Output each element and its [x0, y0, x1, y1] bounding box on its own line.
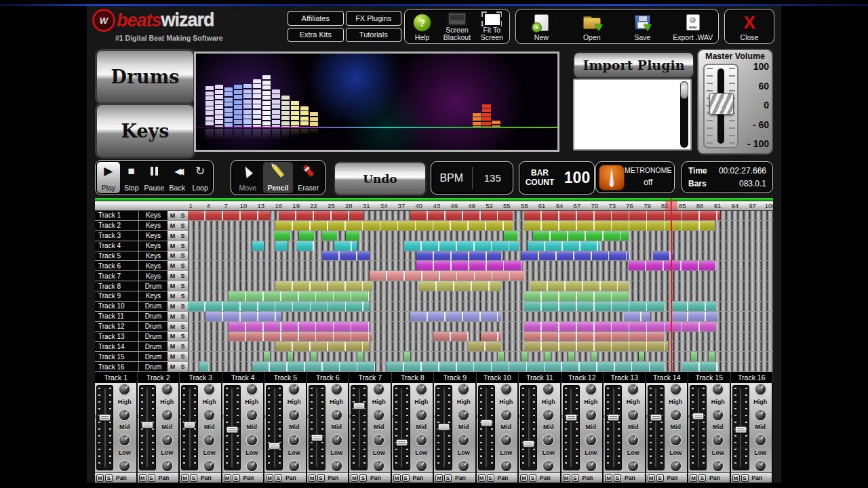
mid-knob[interactable]	[501, 435, 511, 445]
import-plugin-button[interactable]: Import Plugin	[573, 52, 694, 79]
help-button[interactable]: ? Help	[405, 9, 439, 43]
pattern-segment[interactable]	[524, 342, 667, 351]
low-knob[interactable]	[458, 461, 469, 471]
track-type[interactable]: Keys	[139, 221, 168, 230]
track-pattern-grid[interactable]	[188, 251, 773, 261]
track-name[interactable]: Track 13	[95, 332, 139, 342]
pattern-segment[interactable]	[299, 231, 314, 241]
low-knob[interactable]	[289, 461, 299, 471]
volume-fader[interactable]	[435, 385, 452, 470]
high-knob[interactable]	[458, 410, 469, 420]
high-knob[interactable]	[755, 410, 766, 420]
strip-solo-button[interactable]: S	[233, 474, 240, 482]
export-wav-button[interactable]: wav Export .WAV	[668, 9, 719, 43]
high-knob[interactable]	[162, 410, 172, 420]
gain-knob[interactable]	[628, 384, 638, 394]
pattern-segment[interactable]	[709, 352, 715, 361]
pattern-segment[interactable]	[404, 352, 410, 361]
pattern-segment[interactable]	[357, 352, 363, 361]
pattern-segment[interactable]	[416, 251, 501, 261]
track-mute-button[interactable]: M	[167, 281, 178, 291]
strip-mute-button[interactable]: M	[690, 474, 697, 482]
gain-knob[interactable]	[374, 384, 384, 394]
pattern-segment[interactable]	[404, 241, 518, 251]
track-solo-button[interactable]: S	[178, 221, 189, 230]
strip-solo-button[interactable]: S	[444, 474, 452, 482]
pencil-tool-button[interactable]: Pencil	[263, 162, 294, 193]
high-knob[interactable]	[289, 410, 299, 420]
affiliates-button[interactable]: Affiliates	[288, 11, 344, 26]
close-button[interactable]: X Close	[725, 9, 774, 43]
track-mute-button[interactable]: M	[167, 291, 178, 301]
track-type[interactable]: Drum	[139, 332, 168, 342]
track-solo-button[interactable]: S	[178, 231, 189, 241]
track-type[interactable]: Keys	[139, 231, 168, 241]
track-solo-button[interactable]: S	[178, 312, 189, 321]
track-solo-button[interactable]: S	[178, 322, 189, 331]
pattern-segment[interactable]	[568, 352, 574, 361]
track-type[interactable]: Keys	[139, 291, 168, 301]
loop-button[interactable]: ↻Loop	[189, 162, 212, 193]
pattern-segment[interactable]	[346, 231, 359, 241]
track-pattern-grid[interactable]	[188, 221, 773, 230]
pattern-segment[interactable]	[498, 352, 504, 361]
track-solo-button[interactable]: S	[178, 342, 189, 351]
strip-solo-button[interactable]: S	[275, 474, 282, 482]
track-type[interactable]: Keys	[139, 211, 168, 220]
track-name[interactable]: Track 15	[95, 352, 139, 361]
new-button[interactable]: + New	[516, 9, 567, 43]
track-solo-button[interactable]: S	[178, 281, 189, 291]
mid-knob[interactable]	[416, 435, 427, 445]
pattern-segment[interactable]	[334, 241, 358, 251]
stop-button[interactable]: ■Stop	[120, 162, 143, 193]
volume-fader[interactable]	[139, 385, 156, 470]
track-pattern-grid[interactable]	[188, 231, 773, 241]
volume-fader[interactable]	[732, 385, 749, 470]
mid-knob[interactable]	[586, 435, 596, 445]
volume-fader[interactable]	[563, 385, 580, 470]
track-solo-button[interactable]: S	[178, 271, 189, 281]
gain-knob[interactable]	[755, 384, 766, 394]
low-knob[interactable]	[628, 461, 638, 471]
fader-handle[interactable]	[608, 414, 619, 421]
pattern-segment[interactable]	[275, 342, 369, 351]
low-knob[interactable]	[416, 461, 427, 471]
extra-kits-button[interactable]: Extra Kits	[288, 28, 344, 43]
track-solo-button[interactable]: S	[178, 291, 189, 301]
master-volume-slider[interactable]	[703, 64, 738, 148]
track-name[interactable]: Track 12	[95, 322, 139, 331]
gain-knob[interactable]	[332, 384, 342, 394]
volume-fader[interactable]	[224, 385, 241, 470]
low-knob[interactable]	[713, 461, 723, 471]
track-pattern-grid[interactable]	[188, 322, 773, 331]
gain-knob[interactable]	[162, 384, 172, 394]
mid-knob[interactable]	[204, 435, 214, 445]
track-name[interactable]: Track 9	[95, 291, 139, 301]
pattern-segment[interactable]	[524, 221, 714, 230]
strip-mute-button[interactable]: M	[520, 474, 528, 482]
track-name[interactable]: Track 1	[95, 211, 139, 220]
bar-count-value[interactable]: 100	[560, 169, 594, 187]
metronome-panel[interactable]: METRONOME off	[595, 161, 675, 193]
gain-knob[interactable]	[713, 384, 723, 394]
pattern-segment[interactable]	[468, 342, 501, 351]
pattern-segment[interactable]	[229, 322, 369, 331]
fader-handle[interactable]	[142, 422, 153, 428]
track-solo-button[interactable]: S	[178, 302, 189, 311]
high-knob[interactable]	[204, 410, 214, 420]
strip-mute-button[interactable]: M	[732, 474, 740, 482]
fader-handle[interactable]	[99, 414, 111, 421]
fader-handle[interactable]	[353, 403, 365, 409]
strip-mute-button[interactable]: M	[96, 474, 104, 482]
gain-knob[interactable]	[501, 384, 511, 394]
track-pattern-grid[interactable]	[188, 281, 773, 291]
track-type[interactable]: Drum	[139, 322, 168, 331]
strip-solo-button[interactable]: S	[614, 474, 621, 482]
fader-handle[interactable]	[438, 424, 450, 430]
mid-knob[interactable]	[543, 435, 553, 445]
gain-knob[interactable]	[458, 384, 469, 394]
track-solo-button[interactable]: S	[178, 211, 189, 220]
high-knob[interactable]	[586, 410, 596, 420]
high-knob[interactable]	[543, 410, 553, 420]
mid-knob[interactable]	[458, 435, 469, 445]
